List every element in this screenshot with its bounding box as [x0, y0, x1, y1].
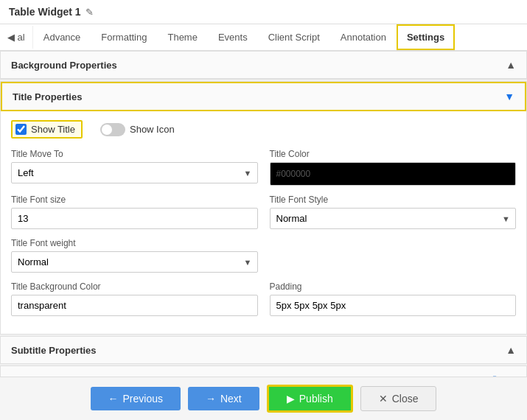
prev-arrow-icon: ←: [108, 393, 119, 405]
tabs-bar: ◀ al Advance Formatting Theme Events Cli…: [0, 24, 527, 51]
title-bg-padding-row: Title Background Color transparent Paddi…: [11, 281, 516, 316]
show-icon-label: Show Icon: [130, 124, 175, 135]
title-font-style-select[interactable]: Normal Italic Oblique: [270, 208, 517, 229]
title-font-style-label: Title Font Style: [270, 195, 517, 205]
background-section-header[interactable]: Background Properties ▲: [1, 52, 526, 79]
title-font-size-label: Title Font size: [11, 195, 258, 205]
title-props-section-title: Title Properties: [13, 91, 82, 102]
title-move-color-row: Title Move To Left Center Right ▼ Title …: [11, 149, 516, 186]
title-color-input-wrap[interactable]: #000000: [270, 162, 517, 186]
title-font-weight-select[interactable]: Normal Bold Bolder Lighter: [11, 251, 258, 273]
tab-theme[interactable]: Theme: [157, 24, 207, 50]
publish-play-icon: ▶: [287, 393, 295, 405]
title-props-section-header[interactable]: Title Properties ▼: [1, 82, 526, 111]
filter-section-header[interactable]: Filter Properties ↻ ▲: [1, 366, 526, 377]
tab-back[interactable]: ◀ al: [0, 26, 33, 49]
tab-formatting[interactable]: Formatting: [91, 24, 157, 50]
next-button[interactable]: → Next: [188, 387, 259, 410]
title-color-label: Title Color: [270, 149, 517, 159]
page-title: Table Widget 1: [9, 6, 81, 18]
footer: ← Previous → Next ▶ Publish ✕ Close: [0, 377, 527, 420]
title-font-weight-row: Title Font weight Normal Bold Bolder Lig…: [11, 238, 516, 273]
next-label: Next: [220, 393, 242, 405]
title-move-to-group: Title Move To Left Center Right ▼: [11, 149, 258, 186]
show-icon-checkbox-wrap[interactable]: Show Icon: [100, 123, 175, 136]
title-bg-color-label: Title Background Color: [11, 281, 258, 292]
title-font-weight-label: Title Font weight: [11, 238, 258, 248]
title-font-weight-group: Title Font weight Normal Bold Bolder Lig…: [11, 238, 258, 273]
title-font-style-group: Title Font Style Normal Italic Oblique ▼: [270, 195, 517, 229]
tab-events[interactable]: Events: [208, 24, 258, 50]
title-props-section: Title Properties ▼ Show Title Show Icon: [0, 81, 527, 335]
padding-label: Padding: [270, 281, 517, 292]
tab-settings[interactable]: Settings: [397, 24, 455, 50]
padding-input[interactable]: 5px 5px 5px 5px: [270, 295, 517, 316]
content-area: Background Properties ▲ Title Properties…: [0, 51, 527, 377]
title-color-group: Title Color #000000: [270, 149, 517, 186]
prev-button[interactable]: ← Previous: [91, 387, 181, 410]
title-font-size-input[interactable]: 13: [11, 208, 258, 229]
show-title-checkbox-wrap[interactable]: Show Title: [11, 120, 83, 139]
checkbox-row: Show Title Show Icon: [11, 120, 516, 139]
subtitle-section-title: Subtitle Properties: [11, 345, 97, 356]
filter-section: Filter Properties ↻ ▲: [0, 365, 527, 377]
title-props-chevron-icon: ▼: [504, 91, 514, 102]
title-props-body: Show Title Show Icon Title Move To Left: [1, 111, 526, 334]
title-font-size-style-row: Title Font size 13 Title Font Style Norm…: [11, 195, 516, 229]
header: Table Widget 1 ✎: [0, 0, 527, 24]
subtitle-chevron-icon: ▲: [506, 344, 516, 356]
show-title-label: Show Title: [31, 124, 75, 135]
background-chevron-icon: ▲: [506, 59, 516, 71]
title-move-to-select[interactable]: Left Center Right: [11, 162, 258, 183]
title-font-style-select-wrap: Normal Italic Oblique ▼: [270, 208, 517, 229]
padding-group: Padding 5px 5px 5px 5px: [270, 281, 517, 316]
tab-client-script[interactable]: Client Script: [258, 24, 330, 50]
next-arrow-icon: →: [206, 393, 216, 405]
subtitle-section-header[interactable]: Subtitle Properties ▲: [1, 337, 526, 363]
tab-advance[interactable]: Advance: [33, 24, 91, 50]
tab-annotation[interactable]: Annotation: [330, 24, 397, 50]
title-color-value: #000000: [276, 169, 311, 179]
show-icon-toggle[interactable]: [100, 123, 125, 136]
publish-label: Publish: [299, 393, 333, 405]
close-label: Close: [392, 393, 419, 405]
show-title-checkbox[interactable]: [15, 124, 27, 135]
title-bg-color-group: Title Background Color transparent: [11, 281, 258, 316]
subtitle-section: Subtitle Properties ▲: [0, 336, 527, 364]
background-section-title: Background Properties: [11, 60, 117, 71]
close-button[interactable]: ✕ Close: [360, 386, 437, 411]
title-move-to-label: Title Move To: [11, 149, 258, 159]
title-font-size-group: Title Font size 13: [11, 195, 258, 229]
close-x-icon: ✕: [379, 393, 388, 405]
publish-button[interactable]: ▶ Publish: [267, 385, 353, 413]
main-container: Table Widget 1 ✎ ◀ al Advance Formatting…: [0, 0, 527, 420]
title-bg-color-input[interactable]: transparent: [11, 295, 258, 316]
title-color-preview[interactable]: #000000: [271, 163, 516, 185]
background-section: Background Properties ▲: [0, 51, 527, 80]
title-font-weight-select-wrap: Normal Bold Bolder Lighter ▼: [11, 251, 258, 273]
title-move-to-select-wrap: Left Center Right ▼: [11, 162, 258, 183]
prev-label: Previous: [123, 393, 163, 405]
edit-icon[interactable]: ✎: [85, 7, 94, 18]
